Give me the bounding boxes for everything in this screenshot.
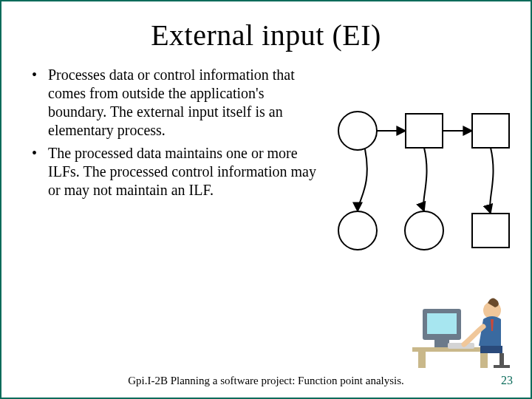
svg-rect-12 [448, 343, 474, 349]
svg-rect-16 [494, 365, 510, 368]
svg-point-4 [405, 211, 443, 250]
bullet-list: Processes data or control information th… [27, 66, 323, 204]
footer-text: Gpi.I-2B Planning a software project: Fu… [1, 375, 531, 387]
svg-point-3 [338, 211, 377, 250]
svg-rect-10 [427, 313, 457, 334]
svg-rect-2 [472, 114, 509, 148]
svg-rect-14 [480, 346, 502, 353]
svg-point-0 [338, 112, 377, 150]
svg-rect-1 [406, 114, 443, 148]
svg-rect-8 [480, 352, 488, 368]
svg-rect-5 [472, 214, 509, 248]
flow-diagram [328, 105, 520, 275]
svg-rect-7 [418, 352, 426, 368]
slide-title: External input (EI) [1, 18, 531, 52]
bullet-item: Processes data or control information th… [27, 66, 323, 140]
page-number: 23 [501, 374, 513, 387]
bullet-item: The processed data maintains one or more… [27, 144, 323, 200]
svg-rect-11 [434, 340, 449, 347]
svg-rect-15 [499, 353, 504, 366]
person-at-computer-icon [412, 288, 516, 369]
